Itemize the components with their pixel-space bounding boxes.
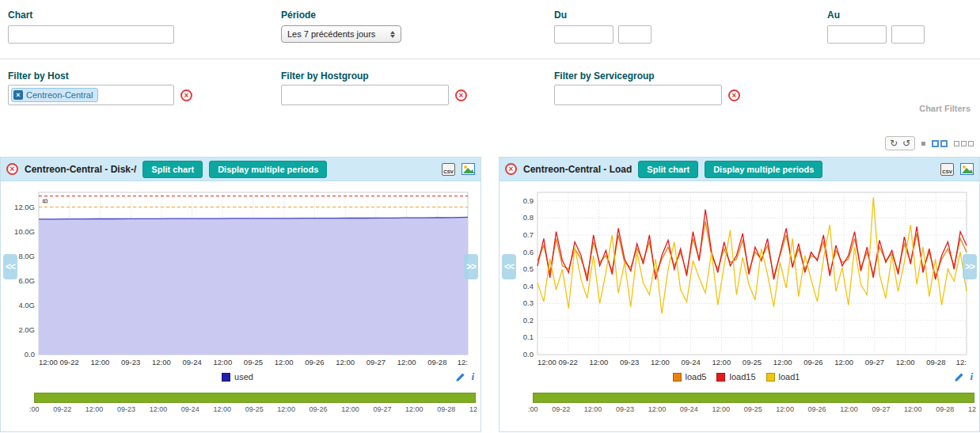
svg-text:6.0G: 6.0G bbox=[18, 276, 35, 285]
svg-text:12:00: 12:00 bbox=[91, 358, 110, 367]
filter-by-hostgroup-label: Filter by Hostgroup bbox=[281, 70, 369, 82]
clear-hostgroup-filter-icon[interactable]: × bbox=[455, 89, 467, 101]
timeline-tick-label: 12:00 bbox=[214, 405, 232, 413]
load-timeline-axis: :0009-2212:0009-2312:0009-2412:0009-2512… bbox=[528, 405, 976, 413]
history-icon[interactable]: ↺ bbox=[902, 138, 910, 149]
scroll-right-button[interactable]: >> bbox=[963, 254, 977, 279]
svg-text:12.0G: 12.0G bbox=[14, 203, 35, 211]
scroll-right-button[interactable]: >> bbox=[464, 254, 478, 279]
export-image-icon[interactable] bbox=[960, 163, 974, 175]
legend-label[interactable]: load5 bbox=[686, 372, 707, 382]
timeline-tick-label: 09-22 bbox=[53, 405, 71, 413]
filter-by-host-label: Filter by Host bbox=[8, 70, 69, 82]
svg-text:0.8: 0.8 bbox=[523, 213, 534, 222]
au-time-input[interactable] bbox=[891, 25, 925, 44]
panel-load: × Centreon-Central - Load Split chart Di… bbox=[499, 157, 980, 432]
timeline-tick-label: 09-24 bbox=[680, 405, 698, 413]
timeline-tick-label: 12:00 bbox=[341, 405, 359, 413]
svg-text:12:00: 12:00 bbox=[213, 358, 232, 367]
disk-legend: used i bbox=[1, 368, 481, 386]
svg-text:09-22: 09-22 bbox=[60, 358, 79, 367]
svg-text:4.0G: 4.0G bbox=[18, 301, 35, 310]
load-chart-canvas[interactable]: << >> 0.00.10.20.30.40.50.60.70.80.912:0… bbox=[501, 184, 978, 368]
filter-divider bbox=[0, 59, 980, 59]
svg-text:09-25: 09-25 bbox=[244, 358, 263, 367]
du-time-input[interactable] bbox=[618, 25, 651, 44]
svg-text:8.0G: 8.0G bbox=[18, 252, 35, 260]
timeline-tick-label: 12:00 bbox=[648, 405, 667, 413]
svg-text:09-24: 09-24 bbox=[182, 358, 201, 367]
layout-1col-icon[interactable] bbox=[921, 142, 925, 146]
du-label: Du bbox=[554, 9, 567, 21]
chart-filter-input[interactable] bbox=[8, 25, 174, 44]
panel-disk-header: × Centreon-Central - Disk-/ Split chart … bbox=[1, 158, 481, 181]
timeline-tick-label: 12:00 bbox=[904, 405, 922, 413]
rotate-icon[interactable]: ↻ bbox=[890, 138, 898, 149]
svg-text:0.7: 0.7 bbox=[523, 230, 534, 239]
svg-text:12:00: 12:00 bbox=[590, 358, 609, 367]
layout-2col-icon[interactable] bbox=[932, 140, 948, 147]
centreon-performance-page: Chart Période Les 7 précédents jours Du … bbox=[0, 0, 980, 433]
timeline-tick-label: 09-26 bbox=[808, 405, 826, 413]
layout-3col-icon[interactable] bbox=[954, 141, 974, 146]
scroll-left-button[interactable]: << bbox=[3, 254, 17, 279]
timeline-tick-label: 09-23 bbox=[117, 405, 135, 413]
display-multiple-periods-button[interactable]: Display multiple periods bbox=[705, 161, 822, 178]
clear-host-filter-icon[interactable]: × bbox=[180, 89, 192, 101]
export-csv-icon[interactable]: CSV bbox=[442, 163, 455, 176]
svg-text:12:00: 12:00 bbox=[336, 358, 355, 367]
close-panel-icon[interactable]: × bbox=[6, 163, 18, 175]
split-chart-button[interactable]: Split chart bbox=[142, 161, 203, 178]
export-image-icon[interactable] bbox=[462, 163, 475, 175]
du-date-input[interactable] bbox=[554, 25, 613, 44]
edit-pencil-icon[interactable] bbox=[455, 372, 465, 382]
scroll-left-button[interactable]: << bbox=[502, 254, 516, 279]
au-date-input[interactable] bbox=[827, 25, 887, 44]
disk-chart-canvas[interactable]: << >> 0.02.0G4.0G6.0G8.0G10.0G12.0G12:00… bbox=[2, 184, 479, 368]
svg-text:10.0G: 10.0G bbox=[14, 227, 35, 236]
split-chart-button[interactable]: Split chart bbox=[638, 161, 698, 178]
legend-swatch bbox=[766, 373, 775, 382]
svg-text:0.0: 0.0 bbox=[523, 350, 534, 359]
legend-swatch bbox=[716, 373, 725, 382]
svg-text:12:00: 12:00 bbox=[397, 358, 416, 367]
info-icon[interactable]: i bbox=[471, 370, 474, 383]
legend-label[interactable]: used bbox=[234, 372, 253, 382]
svg-text:09-23: 09-23 bbox=[121, 358, 140, 367]
hostgroup-filter-input[interactable] bbox=[281, 85, 449, 105]
svg-text:09-27: 09-27 bbox=[367, 358, 386, 367]
display-multiple-periods-button[interactable]: Display multiple periods bbox=[209, 161, 327, 178]
edit-pencil-icon[interactable] bbox=[954, 372, 964, 382]
svg-text:09-27: 09-27 bbox=[865, 358, 884, 367]
svg-text:09-26: 09-26 bbox=[305, 358, 324, 367]
legend-label[interactable]: load1 bbox=[779, 372, 800, 382]
timeline-tick-label: 12:00 bbox=[85, 405, 104, 413]
svg-text:12:00: 12:00 bbox=[152, 358, 171, 367]
export-csv-icon[interactable]: CSV bbox=[940, 163, 954, 176]
servicegroup-filter-input[interactable] bbox=[554, 85, 722, 105]
chart-filters-caption: Chart Filters bbox=[919, 104, 971, 113]
load-timeline-bar[interactable] bbox=[533, 393, 974, 403]
timeline-tick-label: 09-28 bbox=[437, 405, 455, 413]
info-icon[interactable]: i bbox=[970, 370, 973, 383]
remove-tag-icon[interactable]: × bbox=[13, 90, 23, 100]
svg-text:12:00: 12:00 bbox=[712, 358, 731, 367]
close-panel-icon[interactable]: × bbox=[505, 163, 517, 175]
chart-filter-label: Chart bbox=[8, 9, 32, 21]
legend-label[interactable]: load15 bbox=[729, 372, 755, 382]
legend-swatch bbox=[222, 373, 230, 382]
svg-text:09-28: 09-28 bbox=[926, 358, 945, 367]
svg-text:09-28: 09-28 bbox=[427, 358, 446, 367]
panel-title: Centreon-Central - Load bbox=[523, 164, 632, 175]
clear-servicegroup-filter-icon[interactable]: × bbox=[728, 89, 740, 101]
disk-timeline-bar[interactable] bbox=[34, 393, 476, 403]
svg-text:0.1: 0.1 bbox=[523, 332, 534, 341]
legend-swatch bbox=[673, 373, 682, 382]
timeline-tick-label: 09-26 bbox=[310, 405, 328, 413]
svg-text:09-22: 09-22 bbox=[559, 358, 578, 367]
host-filter-tag[interactable]: × Centreon-Central bbox=[11, 88, 98, 102]
svg-text:09-23: 09-23 bbox=[620, 358, 639, 367]
periode-select[interactable]: Les 7 précédents jours bbox=[281, 25, 401, 43]
svg-text:09-25: 09-25 bbox=[743, 358, 762, 367]
timeline-tick-label: 09-25 bbox=[245, 405, 264, 413]
